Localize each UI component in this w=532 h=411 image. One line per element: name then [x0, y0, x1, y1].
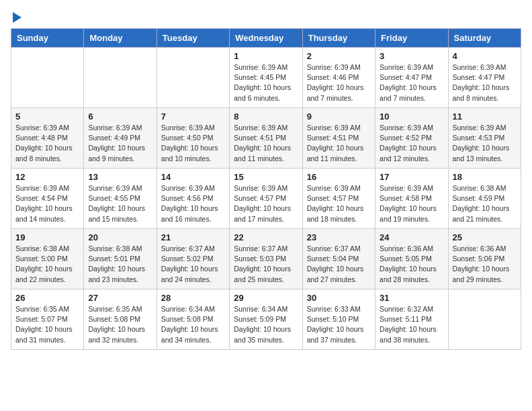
day-number: 25 [453, 232, 517, 242]
day-number: 8 [234, 111, 298, 122]
calendar-day-cell [84, 48, 157, 108]
day-info: Sunrise: 6:39 AM Sunset: 4:58 PM Dayligh… [380, 183, 443, 224]
calendar-day-cell: 2Sunrise: 6:39 AM Sunset: 4:46 PM Daylig… [302, 48, 375, 108]
day-number: 10 [380, 111, 443, 122]
day-info: Sunrise: 6:39 AM Sunset: 4:50 PM Dayligh… [161, 123, 225, 164]
day-number: 21 [161, 232, 225, 242]
logo [11, 11, 21, 20]
calendar-weekday-sunday: Sunday [11, 29, 84, 48]
calendar-day-cell: 30Sunrise: 6:33 AM Sunset: 5:10 PM Dayli… [302, 289, 375, 350]
day-info: Sunrise: 6:34 AM Sunset: 5:08 PM Dayligh… [161, 304, 225, 345]
day-number: 31 [380, 293, 443, 303]
calendar-table: SundayMondayTuesdayWednesdayThursdayFrid… [11, 28, 521, 350]
calendar-day-cell: 14Sunrise: 6:39 AM Sunset: 4:56 PM Dayli… [157, 169, 229, 229]
day-number: 7 [161, 111, 225, 122]
day-info: Sunrise: 6:39 AM Sunset: 4:55 PM Dayligh… [88, 183, 152, 224]
day-info: Sunrise: 6:37 AM Sunset: 5:03 PM Dayligh… [234, 244, 298, 285]
calendar-weekday-saturday: Saturday [448, 29, 521, 48]
day-number: 22 [234, 232, 298, 242]
day-number: 16 [307, 172, 371, 182]
day-info: Sunrise: 6:38 AM Sunset: 5:00 PM Dayligh… [15, 244, 79, 285]
day-number: 23 [307, 232, 371, 242]
day-info: Sunrise: 6:38 AM Sunset: 5:01 PM Dayligh… [88, 244, 152, 285]
calendar-day-cell: 31Sunrise: 6:32 AM Sunset: 5:11 PM Dayli… [375, 289, 448, 350]
day-info: Sunrise: 6:32 AM Sunset: 5:11 PM Dayligh… [380, 304, 443, 345]
calendar-day-cell: 26Sunrise: 6:35 AM Sunset: 5:07 PM Dayli… [11, 289, 84, 350]
calendar-day-cell: 12Sunrise: 6:39 AM Sunset: 4:54 PM Dayli… [11, 169, 84, 229]
day-info: Sunrise: 6:35 AM Sunset: 5:07 PM Dayligh… [15, 304, 79, 345]
calendar-day-cell: 22Sunrise: 6:37 AM Sunset: 5:03 PM Dayli… [230, 229, 302, 289]
day-number: 11 [453, 111, 517, 122]
calendar-day-cell: 20Sunrise: 6:38 AM Sunset: 5:01 PM Dayli… [84, 229, 157, 289]
day-info: Sunrise: 6:39 AM Sunset: 4:53 PM Dayligh… [453, 123, 517, 164]
calendar-week-row: 12Sunrise: 6:39 AM Sunset: 4:54 PM Dayli… [11, 169, 521, 229]
day-number: 1 [234, 51, 298, 61]
calendar-weekday-monday: Monday [84, 29, 157, 48]
page-header [11, 11, 521, 20]
calendar-day-cell: 8Sunrise: 6:39 AM Sunset: 4:51 PM Daylig… [230, 108, 302, 169]
calendar-day-cell: 19Sunrise: 6:38 AM Sunset: 5:00 PM Dayli… [11, 229, 84, 289]
calendar-day-cell [157, 48, 229, 108]
calendar-day-cell: 16Sunrise: 6:39 AM Sunset: 4:57 PM Dayli… [302, 169, 375, 229]
calendar-day-cell: 11Sunrise: 6:39 AM Sunset: 4:53 PM Dayli… [448, 108, 521, 169]
calendar-day-cell: 24Sunrise: 6:36 AM Sunset: 5:05 PM Dayli… [375, 229, 448, 289]
day-info: Sunrise: 6:33 AM Sunset: 5:10 PM Dayligh… [307, 304, 371, 345]
day-info: Sunrise: 6:38 AM Sunset: 4:59 PM Dayligh… [453, 183, 517, 224]
calendar-day-cell: 28Sunrise: 6:34 AM Sunset: 5:08 PM Dayli… [157, 289, 229, 350]
day-number: 6 [88, 111, 152, 122]
calendar-day-cell: 10Sunrise: 6:39 AM Sunset: 4:52 PM Dayli… [375, 108, 448, 169]
calendar-header-row: SundayMondayTuesdayWednesdayThursdayFrid… [11, 29, 521, 48]
calendar-weekday-tuesday: Tuesday [157, 29, 229, 48]
calendar-day-cell: 5Sunrise: 6:39 AM Sunset: 4:48 PM Daylig… [11, 108, 84, 169]
day-info: Sunrise: 6:39 AM Sunset: 4:49 PM Dayligh… [88, 123, 152, 164]
calendar-day-cell: 3Sunrise: 6:39 AM Sunset: 4:47 PM Daylig… [375, 48, 448, 108]
calendar-week-row: 5Sunrise: 6:39 AM Sunset: 4:48 PM Daylig… [11, 108, 521, 169]
day-number: 18 [453, 172, 517, 182]
day-number: 20 [88, 232, 152, 242]
day-info: Sunrise: 6:36 AM Sunset: 5:06 PM Dayligh… [453, 244, 517, 285]
day-info: Sunrise: 6:39 AM Sunset: 4:46 PM Dayligh… [307, 62, 371, 103]
calendar-day-cell: 23Sunrise: 6:37 AM Sunset: 5:04 PM Dayli… [302, 229, 375, 289]
day-number: 2 [307, 51, 371, 61]
day-number: 17 [380, 172, 443, 182]
calendar-week-row: 1Sunrise: 6:39 AM Sunset: 4:45 PM Daylig… [11, 48, 521, 108]
day-info: Sunrise: 6:39 AM Sunset: 4:57 PM Dayligh… [234, 183, 298, 224]
calendar-day-cell [448, 289, 521, 350]
day-info: Sunrise: 6:37 AM Sunset: 5:04 PM Dayligh… [307, 244, 371, 285]
calendar-day-cell: 1Sunrise: 6:39 AM Sunset: 4:45 PM Daylig… [230, 48, 302, 108]
day-number: 30 [307, 293, 371, 303]
calendar-day-cell: 25Sunrise: 6:36 AM Sunset: 5:06 PM Dayli… [448, 229, 521, 289]
day-number: 14 [161, 172, 225, 182]
calendar-weekday-friday: Friday [375, 29, 448, 48]
day-number: 26 [15, 293, 79, 303]
calendar-weekday-thursday: Thursday [302, 29, 375, 48]
day-info: Sunrise: 6:36 AM Sunset: 5:05 PM Dayligh… [380, 244, 443, 285]
day-number: 13 [88, 172, 152, 182]
calendar-day-cell: 27Sunrise: 6:35 AM Sunset: 5:08 PM Dayli… [84, 289, 157, 350]
calendar-day-cell: 6Sunrise: 6:39 AM Sunset: 4:49 PM Daylig… [84, 108, 157, 169]
day-info: Sunrise: 6:34 AM Sunset: 5:09 PM Dayligh… [234, 304, 298, 345]
day-info: Sunrise: 6:39 AM Sunset: 4:56 PM Dayligh… [161, 183, 225, 224]
calendar-day-cell: 29Sunrise: 6:34 AM Sunset: 5:09 PM Dayli… [230, 289, 302, 350]
day-number: 28 [161, 293, 225, 303]
day-info: Sunrise: 6:39 AM Sunset: 4:51 PM Dayligh… [307, 123, 371, 164]
calendar-week-row: 19Sunrise: 6:38 AM Sunset: 5:00 PM Dayli… [11, 229, 521, 289]
day-info: Sunrise: 6:39 AM Sunset: 4:48 PM Dayligh… [15, 123, 79, 164]
day-info: Sunrise: 6:39 AM Sunset: 4:54 PM Dayligh… [15, 183, 79, 224]
calendar-weekday-wednesday: Wednesday [230, 29, 302, 48]
calendar-day-cell: 7Sunrise: 6:39 AM Sunset: 4:50 PM Daylig… [157, 108, 229, 169]
day-number: 27 [88, 293, 152, 303]
calendar-day-cell [11, 48, 84, 108]
calendar-day-cell: 13Sunrise: 6:39 AM Sunset: 4:55 PM Dayli… [84, 169, 157, 229]
calendar-day-cell: 18Sunrise: 6:38 AM Sunset: 4:59 PM Dayli… [448, 169, 521, 229]
calendar-day-cell: 17Sunrise: 6:39 AM Sunset: 4:58 PM Dayli… [375, 169, 448, 229]
calendar-day-cell: 4Sunrise: 6:39 AM Sunset: 4:47 PM Daylig… [448, 48, 521, 108]
calendar-day-cell: 9Sunrise: 6:39 AM Sunset: 4:51 PM Daylig… [302, 108, 375, 169]
day-number: 3 [380, 51, 443, 61]
day-info: Sunrise: 6:37 AM Sunset: 5:02 PM Dayligh… [161, 244, 225, 285]
calendar-day-cell: 15Sunrise: 6:39 AM Sunset: 4:57 PM Dayli… [230, 169, 302, 229]
day-number: 24 [380, 232, 443, 242]
day-info: Sunrise: 6:39 AM Sunset: 4:57 PM Dayligh… [307, 183, 371, 224]
calendar-day-cell: 21Sunrise: 6:37 AM Sunset: 5:02 PM Dayli… [157, 229, 229, 289]
day-number: 5 [15, 111, 79, 122]
